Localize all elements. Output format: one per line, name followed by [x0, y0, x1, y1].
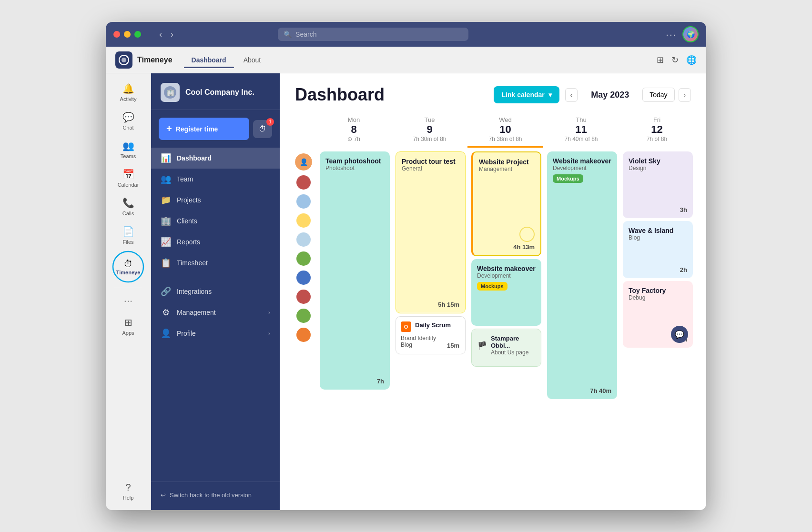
projects-nav-icon: 📁 — [161, 195, 171, 205]
sidebar-item-activity-label: Activity — [120, 96, 137, 102]
nav-item-integrations[interactable]: 🔗 Integrations — [151, 281, 280, 302]
chat-icon: 💬 — [122, 111, 134, 123]
event-card[interactable]: O Daily Scrum Brand IdentityBlog 15m — [396, 316, 466, 354]
day-num-mon: 8 — [318, 123, 390, 136]
day-sub-fri: 7h of 8h — [621, 136, 693, 142]
day-name-fri: Fri — [621, 116, 693, 123]
sidebar-item-help-label: Help — [123, 495, 134, 501]
nav-item-profile[interactable]: 👤 Profile › — [151, 323, 280, 344]
switch-version-label: Switch back to the old version — [170, 492, 252, 499]
sidebar-item-calendar[interactable]: 📅 Calendar — [109, 165, 147, 191]
close-button[interactable] — [113, 31, 120, 38]
nav-item-timesheet[interactable]: 📋 Timesheet — [151, 252, 280, 273]
avatar — [296, 175, 311, 190]
day-name-wed: Wed — [469, 116, 541, 123]
nav-item-dashboard[interactable]: 📊 Dashboard — [151, 148, 280, 169]
forward-button[interactable]: › — [168, 28, 176, 41]
sidebar-nav: 📊 Dashboard 👥 Team 📁 Projects 🏢 Clients … — [151, 144, 280, 482]
friday-column: Violet Sky Design 3h Wave & Island Blog … — [621, 151, 695, 348]
nav-item-reports[interactable]: 📈 Reports — [151, 231, 280, 252]
sidebar-item-activity[interactable]: 🔔 Activity — [109, 79, 147, 106]
event-card[interactable]: 🏴 Stampare Obbi... About Us page — [471, 329, 541, 367]
avatar — [296, 194, 311, 209]
register-time-button[interactable]: + Register time — [159, 118, 249, 140]
company-name: Cool Company Inc. — [185, 88, 254, 97]
globe-icon-button[interactable]: 🌐 — [686, 55, 697, 65]
sidebar-item-apps[interactable]: ⊞ Apps — [109, 313, 147, 340]
event-card[interactable]: Toy Factory Debug 2h 💬 — [623, 281, 693, 348]
event-tag: Mockups — [553, 174, 583, 183]
tab-about[interactable]: About — [236, 52, 269, 68]
timer-wrapper: ⏱ 1 — [253, 120, 272, 138]
day-num-tue: 9 — [394, 123, 466, 136]
sidebar-item-files[interactable]: 📄 Files — [109, 222, 147, 249]
thursday-column: Website makeover Development Mockups 7h … — [545, 151, 619, 399]
minimize-button[interactable] — [124, 31, 131, 38]
svg-point-2 — [113, 251, 143, 282]
help-icon: ? — [125, 482, 131, 493]
prev-month-button[interactable]: ‹ — [565, 88, 578, 102]
search-bar[interactable]: 🔍 — [278, 28, 468, 41]
search-input[interactable] — [295, 30, 463, 38]
event-title: Wave & Island — [629, 227, 687, 234]
event-icon: O — [401, 321, 411, 332]
day-sub-tue: 7h 30m of 8h — [394, 136, 466, 142]
tab-dashboard[interactable]: Dashboard — [184, 52, 234, 68]
nav-item-team[interactable]: 👥 Team — [151, 169, 280, 190]
company-logo: 🏢 — [161, 83, 180, 102]
month-label: May 2023 — [581, 90, 639, 100]
flag-icon: 🏴 — [477, 341, 487, 350]
nav-item-clients[interactable]: 🏢 Clients — [151, 211, 280, 231]
switch-version-link[interactable]: ↩ Switch back to the old version — [159, 488, 272, 502]
avatar — [296, 232, 311, 247]
user-avatar[interactable]: 🌍 — [682, 26, 699, 42]
event-card[interactable]: Violet Sky Design 3h — [623, 151, 693, 218]
svg-text:🏢: 🏢 — [166, 89, 175, 97]
more-apps-button[interactable]: ··· — [120, 291, 136, 311]
avatar: 👤 — [295, 153, 312, 171]
event-card[interactable]: Team photoshoot Photoshoot 7h — [320, 151, 390, 390]
maximize-button[interactable] — [134, 31, 141, 38]
dashboard-nav-icon: 📊 — [161, 153, 171, 163]
calendar-body: 👤 Team p — [291, 151, 695, 399]
sidebar-item-calls[interactable]: 📞 Calls — [109, 193, 147, 220]
profile-nav-icon: 👤 — [161, 328, 171, 339]
plus-icon: + — [166, 123, 172, 134]
event-sub: General — [402, 165, 459, 172]
sidebar-item-teams[interactable]: 👥 Teams — [109, 136, 147, 163]
nav-item-projects[interactable]: 📁 Projects — [151, 190, 280, 211]
integrations-nav-icon: 🔗 — [161, 286, 171, 297]
event-title: Violet Sky — [629, 157, 687, 165]
sidebar-item-files-label: Files — [122, 239, 133, 245]
event-card[interactable]: Product tour test General 5h 15m — [396, 151, 466, 313]
day-sub-thu: 7h 40m of 8h — [545, 136, 617, 142]
event-card[interactable]: Website Project Management 4h 13m — [471, 151, 541, 256]
event-title: Stampare Obbi... — [491, 335, 535, 349]
event-time: 5h 15m — [438, 301, 459, 308]
calendar-icon: 📅 — [122, 169, 134, 180]
day-name-tue: Tue — [394, 116, 466, 123]
sidebar-item-chat[interactable]: 💬 Chat — [109, 108, 147, 134]
files-icon: 📄 — [122, 226, 134, 237]
more-options-button[interactable]: ··· — [666, 29, 677, 40]
calls-icon: 📞 — [122, 197, 134, 209]
month-nav: ‹ May 2023 Today › — [565, 88, 691, 102]
day-sub-wed: 7h 38m of 8h — [469, 136, 541, 142]
sidebar-item-help[interactable]: ? Help — [109, 478, 147, 504]
back-button[interactable]: ‹ — [156, 28, 165, 41]
nav-item-team-label: Team — [177, 175, 270, 183]
chat-widget[interactable]: 💬 — [671, 326, 688, 343]
event-card[interactable]: Website makeover Development Mockups — [471, 259, 541, 326]
next-month-button[interactable]: › — [679, 88, 691, 102]
nav-item-dashboard-label: Dashboard — [177, 154, 270, 162]
today-button[interactable]: Today — [642, 88, 674, 102]
grid-icon-button[interactable]: ⊞ — [657, 55, 664, 65]
search-icon: 🔍 — [284, 30, 292, 38]
sidebar-item-timeneye[interactable]: ⏱ Timeneye — [112, 251, 144, 283]
nav-item-management[interactable]: ⚙ Management › — [151, 302, 280, 323]
refresh-icon-button[interactable]: ↻ — [671, 55, 679, 65]
nav-item-reports-label: Reports — [177, 238, 270, 246]
event-card[interactable]: Website makeover Development Mockups 7h … — [547, 151, 617, 399]
link-calendar-button[interactable]: Link calendar ▾ — [494, 86, 559, 103]
event-card[interactable]: Wave & Island Blog 2h — [623, 221, 693, 278]
